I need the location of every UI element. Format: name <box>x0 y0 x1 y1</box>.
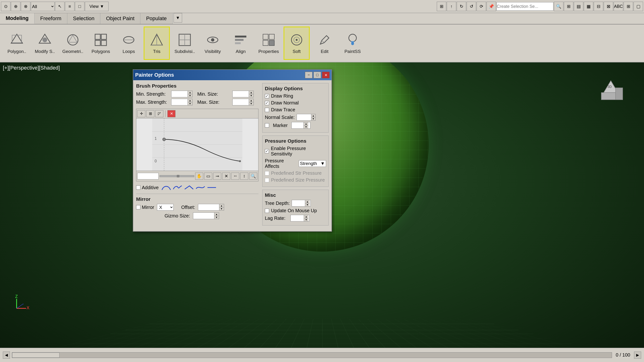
pressure-affects-dropdown[interactable]: Strength ▼ <box>299 160 326 167</box>
marker-checkbox[interactable] <box>265 123 269 127</box>
toolbar-btn-rotate[interactable]: ↻ <box>457 2 466 11</box>
toolbar-btn-t8[interactable]: ▢ <box>634 2 643 11</box>
toolbar-btn-t6[interactable]: ABC <box>614 2 623 11</box>
stroke-type-5[interactable] <box>207 183 216 192</box>
stroke-type-2[interactable] <box>173 183 182 192</box>
toolbar-btn-2[interactable]: ⊕ <box>11 2 20 11</box>
lag-rate-up[interactable]: ▲ <box>304 215 308 218</box>
mirror-checkbox[interactable] <box>136 205 140 209</box>
max-size-down[interactable]: ▼ <box>249 102 254 105</box>
max-size-spinbox[interactable]: 50,8cm ▲ ▼ <box>232 99 254 105</box>
curve-canvas[interactable]: 1 0 <box>136 118 258 171</box>
curve-move-btn[interactable]: ✛ <box>137 110 145 117</box>
update-mouse-up-checkbox[interactable] <box>265 209 269 213</box>
dialog-restore-btn[interactable]: □ <box>314 72 321 78</box>
curve-x-btn[interactable]: ✕ <box>222 172 230 180</box>
icon-btn-polygon[interactable]: Polygon.. <box>4 27 30 60</box>
curve-rect-btn[interactable]: ▭ <box>204 172 212 180</box>
tree-depth-up[interactable]: ▲ <box>305 200 310 204</box>
stroke-type-4[interactable] <box>196 183 205 192</box>
toolbar-btn-t4[interactable]: ⊟ <box>594 2 603 11</box>
max-strength-down[interactable]: ▼ <box>188 102 192 105</box>
offset-input[interactable]: 0,0cm <box>198 204 219 210</box>
icon-btn-visibility[interactable]: Visibility <box>200 27 226 60</box>
min-size-input[interactable]: 0,0cm <box>232 91 249 97</box>
tree-depth-down[interactable]: ▼ <box>305 204 310 207</box>
search-input[interactable] <box>496 2 554 11</box>
max-strength-up[interactable]: ▲ <box>188 99 192 102</box>
normal-scale-up[interactable]: ▲ <box>311 114 315 117</box>
toolbar-btn-box[interactable]: □ <box>75 2 84 11</box>
tree-depth-input[interactable]: 6 <box>292 200 305 206</box>
toolbar-btn-list[interactable]: ≡ <box>65 2 74 11</box>
toolbar-btn-t3[interactable]: ▦ <box>584 2 593 11</box>
normal-scale-down[interactable]: ▼ <box>311 117 315 121</box>
marker-down[interactable]: ▼ <box>304 126 308 129</box>
scroll-right-btn[interactable]: ▶ <box>634 351 641 359</box>
gizmo-size-up[interactable]: ▲ <box>214 213 219 216</box>
enable-pressure-checkbox[interactable] <box>265 149 269 153</box>
icon-btn-tris[interactable]: Tris <box>144 27 170 60</box>
predefined-str-checkbox[interactable] <box>265 171 269 175</box>
dialog-close-btn[interactable]: ✕ <box>322 72 330 78</box>
min-size-up[interactable]: ▲ <box>249 91 254 94</box>
curve-lasso-btn[interactable]: ⊸ <box>213 172 221 180</box>
normal-scale-spinbox[interactable]: 10,0 ▲ ▼ <box>297 114 316 121</box>
lag-rate-input[interactable]: 0 <box>291 215 304 221</box>
offset-spinbox[interactable]: 0,0cm ▲ ▼ <box>198 204 224 211</box>
toolbar-btn-view[interactable]: View ▼ <box>85 2 108 11</box>
toolbar-btn-up[interactable]: ↑ <box>447 2 456 11</box>
tab-populate[interactable]: Populate <box>140 13 172 24</box>
predefined-size-checkbox[interactable] <box>265 178 269 182</box>
marker-up[interactable]: ▲ <box>304 122 308 126</box>
icon-btn-soft[interactable]: Soft <box>284 27 310 60</box>
gizmo-size-input[interactable]: 127,0cm <box>193 213 214 219</box>
toolbar-btn-t1[interactable]: ⊞ <box>564 2 573 11</box>
min-strength-up[interactable]: ▲ <box>188 91 192 94</box>
toolbar-btn-3[interactable]: ⊗ <box>21 2 30 11</box>
normal-scale-input[interactable]: 10,0 <box>297 114 311 120</box>
max-strength-spinbox[interactable]: 1,0 ▲ ▼ <box>171 99 192 105</box>
toolbar-btn-t7[interactable]: ⊞ <box>624 2 633 11</box>
toolbar-btn-select[interactable]: ↖ <box>55 2 64 11</box>
toolbar-btn-t5[interactable]: ⊠ <box>604 2 613 11</box>
curve-slider[interactable] <box>160 175 194 177</box>
toolbar-btn-1[interactable]: ⊙ <box>1 2 10 11</box>
additive-check-label[interactable]: Additive <box>136 185 159 190</box>
min-size-spinbox[interactable]: 0,0cm ▲ ▼ <box>232 91 254 97</box>
draw-ring-checkbox[interactable] <box>265 94 269 98</box>
lag-rate-down[interactable]: ▼ <box>304 218 308 222</box>
gizmo-size-spinbox[interactable]: 127,0cm ▲ ▼ <box>193 213 219 219</box>
curve-delete-btn[interactable]: ✕ <box>168 110 176 117</box>
scroll-thumb[interactable] <box>12 352 60 358</box>
curve-corner-btn[interactable]: ◸ <box>155 110 163 117</box>
curve-input-1[interactable] <box>137 173 159 179</box>
max-size-up[interactable]: ▲ <box>249 99 254 102</box>
icon-btn-modify-s[interactable]: Modify S.. <box>32 27 58 60</box>
icon-btn-align[interactable]: Align <box>228 27 254 60</box>
additive-checkbox[interactable] <box>136 186 140 190</box>
mirror-axis-select[interactable]: X <box>157 204 174 211</box>
draw-trace-checkbox[interactable] <box>265 108 269 112</box>
marker-input[interactable]: 1,0 <box>292 122 304 128</box>
min-strength-spinbox[interactable]: 0,0 ▲ ▼ <box>171 91 192 97</box>
icon-btn-edit[interactable]: Edit <box>312 27 338 60</box>
curve-scale-h-btn[interactable]: ↔ <box>231 172 239 180</box>
max-size-input[interactable]: 50,8cm <box>232 99 249 105</box>
scroll-track[interactable] <box>12 352 612 358</box>
populate-menu-btn[interactable]: ▼ <box>174 13 182 23</box>
icon-btn-polygons[interactable]: Polygons <box>88 27 114 60</box>
dialog-titlebar[interactable]: Painter Options − □ ✕ <box>133 70 332 80</box>
toolbar-btn-search[interactable]: 🔍 <box>554 2 564 11</box>
filter-dropdown[interactable]: All <box>31 2 54 11</box>
toolbar-btn-r3[interactable]: ⟳ <box>476 2 486 11</box>
tab-modeling[interactable]: Modeling <box>0 13 34 24</box>
gizmo-size-down[interactable]: ▼ <box>214 216 219 219</box>
toolbar-btn-r2[interactable]: ↺ <box>467 2 476 11</box>
toolbar-btn-pin[interactable]: 📌 <box>486 2 496 11</box>
tab-object-paint[interactable]: Object Paint <box>100 13 140 24</box>
min-size-down[interactable]: ▼ <box>249 94 254 97</box>
nav-cube[interactable]: 3D <box>596 74 625 102</box>
offset-up[interactable]: ▲ <box>219 204 224 208</box>
icon-btn-geometric[interactable]: Geometri.. <box>60 27 86 60</box>
